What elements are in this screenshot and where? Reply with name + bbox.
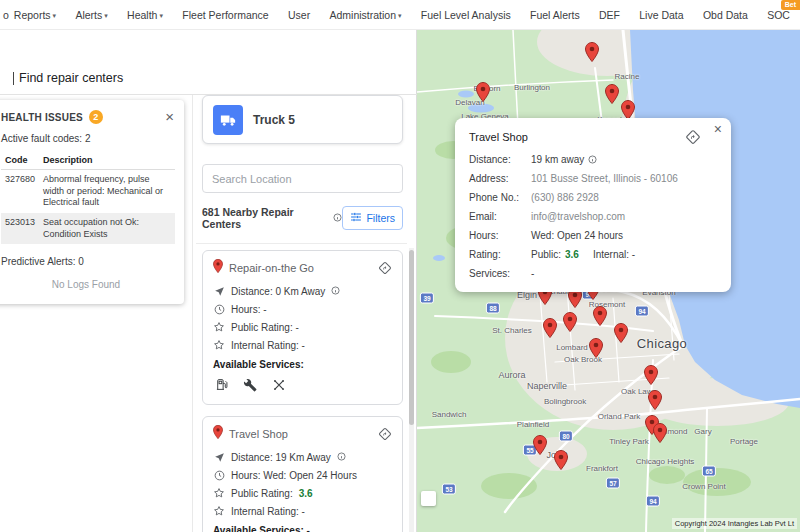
info-row-label: Phone No.:	[469, 192, 531, 203]
search-location-input[interactable]	[202, 164, 403, 193]
repair-center-detail-row: Hours: -	[213, 300, 392, 318]
active-fault-codes-label: Active fault codes: 2	[0, 131, 184, 151]
detail-text: Internal Rating: -	[231, 506, 305, 517]
nav-item-obd-data[interactable]: Obd Data	[703, 9, 748, 21]
road-shield-80: 80	[559, 431, 573, 442]
health-issues-panel: HEALTH ISSUES 2 × Active fault codes: 2 …	[0, 100, 184, 304]
map-marker-icon[interactable]	[644, 365, 658, 389]
scrollbar-thumb[interactable]	[409, 250, 414, 425]
map-marker-icon[interactable]	[554, 450, 568, 474]
wrench-icon[interactable]	[243, 378, 257, 396]
map-control-button[interactable]	[421, 491, 436, 506]
star-icon	[213, 505, 225, 517]
info-icon[interactable]	[337, 452, 346, 463]
pin-icon	[213, 425, 223, 443]
map-label-chicago: Chicago	[637, 336, 688, 351]
info-icon[interactable]	[331, 286, 340, 297]
nav-item-soc[interactable]: SOC	[767, 9, 790, 21]
detail-text: Public Rating: -	[231, 322, 299, 333]
public-rating-value: 3.6	[565, 249, 579, 260]
info-window-header: Travel Shop	[469, 129, 717, 145]
map-marker-icon[interactable]	[593, 306, 607, 330]
pin-icon	[213, 259, 223, 277]
repair-center-name: Travel Shop	[229, 428, 372, 440]
fault-codes-table: Code Description 327680Abnormal frequenc…	[1, 151, 175, 244]
map-copyright: Copyright 2024 Intangles Lab Pvt Lt	[672, 518, 797, 529]
info-row-value: Public: 3.6Internal: -	[531, 249, 635, 260]
map-marker-icon[interactable]	[589, 338, 603, 362]
map-marker-icon[interactable]	[563, 312, 577, 336]
info-icon[interactable]	[333, 212, 342, 224]
filters-label: Filters	[366, 212, 395, 224]
nav-item-user[interactable]: User	[288, 9, 310, 21]
nav-item-def[interactable]: DEF	[599, 9, 620, 21]
repair-tools-icon[interactable]	[272, 378, 286, 396]
star-icon	[213, 339, 225, 351]
info-window-rows: Distance:19 km awayAddress:101 Busse Str…	[469, 154, 717, 279]
service-icons	[213, 377, 392, 396]
nav-item-fuel-alerts[interactable]: Fuel Alerts	[530, 9, 580, 21]
nav-item-truncated[interactable]: o	[3, 9, 9, 21]
repair-center-detail-row: Internal Rating: -	[213, 502, 392, 520]
fault-description: Seat occupation not Ok: Condition Exists	[39, 213, 175, 244]
vehicle-name: Truck 5	[253, 113, 295, 127]
map-label-portage: Portage	[730, 437, 758, 446]
info-row-value: info@travelshop.com	[531, 211, 625, 222]
close-icon[interactable]: ×	[165, 111, 174, 123]
nav-item-live-data[interactable]: Live Data	[639, 9, 683, 21]
nav-item-fleet-performance[interactable]: Fleet Performance	[182, 9, 268, 21]
map-label-chicago-heights: Chicago Heights	[636, 457, 695, 466]
repair-center-detail-row: Public Rating:3.6	[213, 484, 392, 502]
chevron-down-icon: ▾	[159, 12, 163, 19]
fault-codes-body: 327680Abnormal frequency, pulse width or…	[1, 170, 175, 245]
repair-center-detail-row: Distance: 19 Km Away	[213, 448, 392, 466]
detail-text: Internal Rating: -	[231, 340, 305, 351]
directions-icon[interactable]	[378, 427, 392, 441]
repair-center-detail-row: Public Rating: -	[213, 318, 392, 336]
nav-item-fuel-level-analysis[interactable]: Fuel Level Analysis	[421, 9, 511, 21]
road-shield-39: 39	[420, 293, 434, 304]
available-services-label: Available Services:	[213, 359, 392, 370]
info-row-label: Address:	[469, 173, 531, 184]
map-info-window: Travel Shop × Distance:19 km awayAddress…	[455, 118, 731, 292]
directions-icon[interactable]	[685, 129, 701, 145]
fuel-station-icon[interactable]	[215, 377, 228, 396]
fault-code: 327680	[1, 170, 39, 214]
detail-text: Distance: 19 Km Away	[231, 452, 331, 463]
nearby-count-text: 681 Nearby Repair Centers	[202, 206, 330, 230]
nav-item-alerts[interactable]: Alerts▾	[75, 9, 107, 21]
map-marker-icon[interactable]	[533, 435, 547, 459]
nav-item-health[interactable]: Health▾	[127, 9, 163, 21]
info-row-value: 19 km away	[531, 154, 597, 165]
close-icon[interactable]: ×	[714, 123, 722, 135]
filters-button[interactable]: Filters	[342, 206, 403, 230]
map-label-tinley-park: Tinley Park	[609, 437, 649, 446]
fault-description: Abnormal frequency, pulse width or perio…	[39, 170, 175, 214]
map-marker-icon[interactable]	[605, 84, 619, 108]
map-marker-icon[interactable]	[653, 423, 667, 447]
map-marker-icon[interactable]	[585, 42, 599, 66]
info-row-rating: Rating:Public: 3.6Internal: -	[469, 249, 717, 260]
repair-center-card[interactable]: Travel ShopDistance: 19 Km AwayHours: We…	[202, 416, 403, 532]
map-marker-icon[interactable]	[648, 390, 662, 414]
map[interactable]: ElkhornDelavanBurlingtonRacineLake Genev…	[417, 30, 800, 532]
detail-text: Hours: Wed: Open 24 Hours	[231, 470, 357, 481]
star-icon	[213, 321, 225, 333]
info-icon[interactable]	[588, 154, 597, 165]
find-repair-centers-input[interactable]: Find repair centers	[0, 62, 417, 95]
nav-item-reports[interactable]: Reports▾	[14, 9, 56, 21]
fault-desc-header: Description	[39, 151, 175, 170]
nav-item-administration[interactable]: Administration▾	[329, 9, 401, 21]
repair-center-card[interactable]: Repair-on-the GoDistance: 0 Km AwayHours…	[202, 250, 403, 405]
repair-center-header: Repair-on-the Go	[213, 259, 392, 277]
vehicle-card[interactable]: Truck 5	[202, 95, 403, 144]
info-row-phone-no: Phone No.:(630) 886 2928	[469, 192, 717, 203]
map-marker-icon[interactable]	[614, 323, 628, 347]
map-marker-icon[interactable]	[543, 318, 557, 342]
info-row-value: Wed: Open 24 hours	[531, 230, 623, 241]
directions-icon[interactable]	[378, 261, 392, 275]
health-issues-header: HEALTH ISSUES 2 ×	[0, 100, 184, 131]
app-window: o Reports▾Alerts▾Health▾Fleet Performanc…	[0, 0, 800, 532]
fault-code-header: Code	[1, 151, 39, 170]
map-marker-icon[interactable]	[476, 82, 490, 106]
